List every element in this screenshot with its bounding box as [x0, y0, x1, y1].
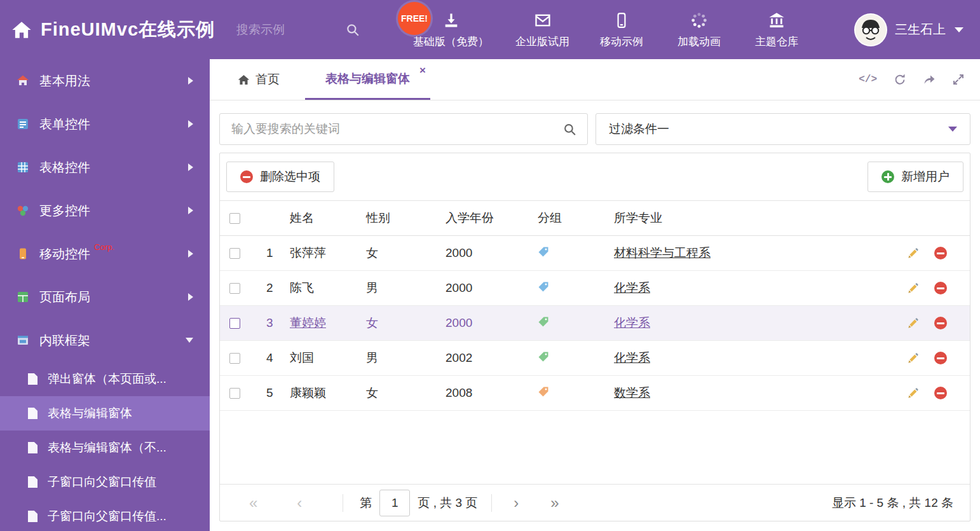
- add-user-button[interactable]: 新增用户: [868, 162, 963, 192]
- table-header-row: 姓名 性别 入学年份 分组 所学专业: [220, 201, 970, 236]
- sidebar-item-grid-controls[interactable]: 表格控件: [0, 146, 210, 189]
- edit-icon[interactable]: [907, 352, 919, 364]
- search-icon[interactable]: [346, 23, 360, 37]
- tab-home[interactable]: 首页: [229, 59, 289, 100]
- keyword-search-input[interactable]: [220, 122, 552, 136]
- search-button[interactable]: [552, 114, 587, 144]
- first-page-button[interactable]: «: [242, 495, 265, 511]
- delete-icon[interactable]: [934, 387, 947, 399]
- major-link[interactable]: 数学系: [614, 386, 650, 399]
- delete-icon[interactable]: [934, 282, 947, 294]
- share-button[interactable]: [923, 73, 936, 86]
- nav-mobile-demo[interactable]: 移动示例: [596, 11, 647, 49]
- table-row[interactable]: 2陈飞男2000化学系: [220, 271, 970, 306]
- next-page-button[interactable]: ›: [506, 495, 526, 511]
- major-link[interactable]: 化学系: [614, 316, 650, 329]
- expand-icon: [952, 73, 965, 86]
- share-icon: [923, 73, 936, 86]
- tag-icon: [538, 246, 549, 258]
- delete-icon[interactable]: [934, 317, 947, 329]
- view-source-button[interactable]: </>: [859, 74, 877, 85]
- tag-icon: [538, 386, 549, 397]
- chevron-right-icon: [188, 77, 193, 85]
- brand[interactable]: FineUIMvc在线示例: [0, 17, 215, 43]
- row-checkbox[interactable]: [229, 283, 240, 294]
- tab-bar: 首页 表格与编辑窗体 × </>: [210, 59, 980, 100]
- row-name: 康颖颖: [290, 376, 366, 411]
- bank-icon: [768, 11, 786, 30]
- nav-enterprise-trial[interactable]: 企业版试用: [515, 11, 569, 49]
- edit-icon[interactable]: [907, 282, 919, 294]
- page-number-input[interactable]: [379, 490, 410, 516]
- major-link[interactable]: 化学系: [614, 351, 650, 364]
- edit-icon[interactable]: [907, 387, 919, 399]
- column-actions: [887, 201, 970, 236]
- tag-icon: [538, 316, 549, 328]
- app-home-icon: [11, 20, 32, 40]
- sidebar-item-iframe[interactable]: 内联框架: [0, 319, 210, 362]
- sidebar-submenu: 弹出窗体（本页面或... 表格与编辑窗体 表格与编辑窗体（不... 子窗口向父窗…: [0, 362, 210, 531]
- close-icon[interactable]: ×: [419, 65, 426, 76]
- delete-icon[interactable]: [934, 352, 947, 364]
- tab-grid-edit-window[interactable]: 表格与编辑窗体 ×: [305, 59, 430, 100]
- main-content: 首页 表格与编辑窗体 × </>: [210, 59, 980, 531]
- file-icon: [28, 408, 37, 419]
- select-all-checkbox[interactable]: [229, 213, 240, 224]
- table-row[interactable]: 5康颖颖女2008数学系: [220, 376, 970, 411]
- user-menu[interactable]: 三生石上: [854, 13, 980, 46]
- prev-page-button[interactable]: ‹: [289, 495, 310, 511]
- file-icon: [28, 476, 37, 488]
- column-group: 分组: [538, 201, 614, 236]
- delete-icon[interactable]: [934, 247, 947, 259]
- sidebar-subitem-child-to-parent[interactable]: 子窗口向父窗口传值: [0, 465, 210, 499]
- nav-loading-animation[interactable]: 加载动画: [674, 11, 725, 49]
- sidebar-subitem-grid-edit-window-2[interactable]: 表格与编辑窗体（不...: [0, 431, 210, 465]
- home-icon: [17, 74, 29, 87]
- circle-minus-icon: [240, 170, 253, 183]
- users-table: 姓名 性别 入学年份 分组 所学专业 1张萍萍女2000材料科学与工程系2陈飞男…: [220, 200, 970, 411]
- nav-basic-free[interactable]: FREE! 基础版（免费）: [413, 11, 489, 49]
- mobile-icon: [17, 247, 29, 260]
- fullscreen-button[interactable]: [952, 73, 965, 86]
- header-search[interactable]: [236, 23, 371, 37]
- delete-selected-button[interactable]: 删除选中项: [226, 162, 334, 192]
- row-gender: 女: [366, 306, 446, 341]
- nav-theme-repo[interactable]: 主题仓库: [751, 11, 802, 49]
- major-link[interactable]: 材料科学与工程系: [614, 246, 711, 259]
- sidebar-item-form-controls[interactable]: 表单控件: [0, 102, 210, 146]
- edit-icon[interactable]: [907, 247, 919, 259]
- row-checkbox[interactable]: [229, 353, 240, 364]
- row-checkbox[interactable]: [229, 248, 240, 259]
- edit-icon[interactable]: [907, 317, 919, 329]
- table-row[interactable]: 4刘国男2002化学系: [220, 341, 970, 376]
- divider: [343, 494, 343, 512]
- user-name: 三生石上: [895, 21, 946, 38]
- header-search-input[interactable]: [236, 23, 338, 37]
- sidebar-item-mobile-controls[interactable]: 移动控件 Corp.: [0, 232, 210, 275]
- sidebar-item-more-controls[interactable]: 更多控件: [0, 189, 210, 232]
- column-year: 入学年份: [446, 201, 538, 236]
- row-index: 2: [258, 271, 290, 306]
- spinner-icon: [690, 11, 708, 30]
- last-page-button[interactable]: »: [543, 495, 566, 511]
- major-link[interactable]: 化学系: [614, 281, 650, 294]
- row-index: 4: [258, 341, 290, 376]
- row-checkbox[interactable]: [229, 388, 240, 399]
- mobile-icon: [613, 11, 630, 30]
- table-row[interactable]: 1张萍萍女2000材料科学与工程系: [220, 236, 970, 271]
- header-nav: FREE! 基础版（免费） 企业版试用 移动示例: [413, 11, 802, 49]
- filter-dropdown[interactable]: 过滤条件一: [595, 113, 970, 145]
- sidebar-item-page-layout[interactable]: 页面布局: [0, 275, 210, 319]
- row-checkbox[interactable]: [229, 318, 240, 329]
- row-index: 1: [258, 236, 290, 271]
- app-title: FineUIMvc在线示例: [41, 17, 215, 43]
- sidebar-subitem-popup-window[interactable]: 弹出窗体（本页面或...: [0, 362, 210, 396]
- table-row[interactable]: 3董婷婷女2000化学系: [220, 306, 970, 341]
- refresh-button[interactable]: [894, 73, 906, 86]
- sidebar-item-basic-usage[interactable]: 基本用法: [0, 59, 210, 102]
- refresh-icon: [894, 73, 906, 86]
- sidebar-subitem-grid-edit-window[interactable]: 表格与编辑窗体: [0, 396, 210, 431]
- sidebar-subitem-child-to-parent-2[interactable]: 子窗口向父窗口传值...: [0, 499, 210, 531]
- tab-label: 表格与编辑窗体: [325, 71, 410, 87]
- row-gender: 女: [366, 236, 446, 271]
